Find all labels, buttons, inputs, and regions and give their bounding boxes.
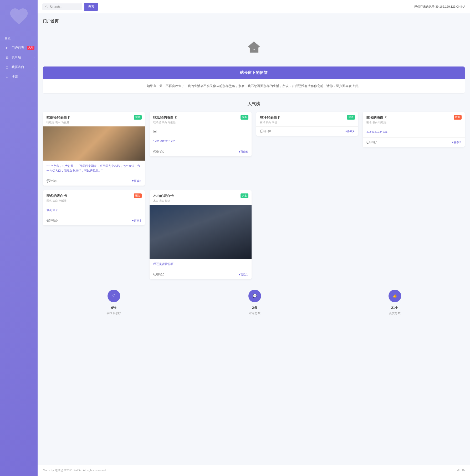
chevron-right-icon: › [34,56,34,59]
card-tag: 实名 [347,115,355,120]
card-body: "一个宇宙，九大行星，二百零四个国家，八百零九个岛屿，七个大洋，六十八亿人口，我… [43,161,145,176]
nav-badge: 人气 [27,46,34,50]
note-header: 站长留下的便签 [43,66,465,79]
card-title: 林泽的表白卡 [260,115,355,120]
topbar: 搜索 已保存来访记录 39.162.129.129,CHINA [38,0,470,13]
card-likes[interactable]: ♥喜欢3 [452,140,461,144]
heart-icon: ♡ [108,290,120,302]
card-foot: 💬评论0 ♥喜欢5 [150,147,252,156]
card-comments[interactable]: 💬评论1 [366,140,377,144]
footer: Made by 吃纸怪 ©2021 FatDa. All rights rese… [38,465,470,476]
confession-card[interactable]: 匿名的表白卡 匿名 表白 吃纸怪 匿名 爱死你了 💬评论0 ♥喜欢3 [43,190,145,225]
stat-value: 21个 [389,305,401,310]
card-image [43,126,145,161]
nav-label: 表白墙 [12,55,21,60]
search-button[interactable]: 搜索 [84,3,98,11]
card-tag: 实名 [241,193,248,198]
card-head: 吃纸怪的表白卡 吃纸怪 表白 马化腾 实名 [43,112,145,126]
search-wrap [42,3,82,10]
card-likes[interactable]: ♥喜欢5 [239,150,248,154]
card-subtitle: 吃纸怪 表白 马化腾 [47,121,141,124]
card-tag: 实名 [241,115,248,120]
cards-grid: 吃纸怪的表白卡 吃纸怪 表白 马化腾 实名 "一个宇宙，九大行星，二百零四个国家… [43,112,465,279]
logo [6,3,32,29]
visit-info: 已保存来访记录 39.162.129.129,CHINA [414,5,465,9]
card-comments[interactable]: 💬评论1 [47,179,58,183]
note-body: 如果有一天，不再喜欢你了，我的生活会不会又像从前那样堕落，颓废…我不想再要那样的… [43,79,465,93]
rank-title: 人气榜 [43,101,465,107]
card-head: 木白的表白卡 木白 表白 微凉 实名 [150,190,252,205]
confession-card[interactable]: 匿名的表白卡 匿名 表白 吃纸怪 匿名 2134141234231 💬评论1 ♥… [363,112,465,147]
stat-value: 6张 [106,305,121,310]
card-head: 匿名的表白卡 匿名 表白 吃纸怪 匿名 [363,112,465,126]
card-foot: 💬评论0 ♥喜欢4 [256,126,358,136]
card-head: 匿名的表白卡 匿名 表白 吃纸怪 匿名 [43,190,145,205]
stat-likes: 👍 21个 点赞总数 [389,290,401,315]
card-body: 爱死你了 [43,205,145,216]
card-title: 木白的表白卡 [153,193,248,198]
card-likes[interactable]: ♥喜欢3 [132,219,141,223]
card-comments[interactable]: 💬评论0 [260,129,271,133]
card-likes[interactable]: ♥喜欢4 [345,129,355,133]
card-title: 吃纸怪的表白卡 [47,115,141,120]
house-heart-icon [246,39,262,55]
card-text: 爱死你了 [47,208,141,213]
card-subtitle: 匿名 表白 吃纸怪 [366,121,461,124]
confession-card[interactable]: 吃纸怪的表白卡 吃纸怪 表白 马化腾 实名 "一个宇宙，九大行星，二百零四个国家… [43,112,145,186]
nav-wall[interactable]: ▦ 表白墙 › [0,53,38,62]
card-subtitle: 匿名 表白 吃纸怪 [47,199,141,203]
nav-label: 门户首页 [12,45,24,50]
hero [43,32,465,66]
thumb-icon: 👍 [389,290,401,302]
search-input[interactable] [50,5,79,9]
card-foot: 💬评论0 ♥喜欢1 [150,270,252,279]
confession-card[interactable]: 吃纸怪的表白卡 吃纸怪 表白 吃纸怪 实名 ▣12312312231231 💬评… [150,112,252,156]
stat-cards: ♡ 6张 表白卡总数 [106,290,121,315]
stat-comments: 💬 2条 评论总数 [248,290,261,315]
card-head: 林泽的表白卡 林泽 表白 周悦 实名 [256,112,358,126]
card-text: 我还是很爱你啊 [153,262,248,267]
card-foot: 💬评论0 ♥喜欢3 [43,216,145,225]
card-foot: 💬评论1 ♥喜欢5 [43,176,145,186]
card-comments[interactable]: 💬评论0 [47,219,58,223]
stat-label: 评论总数 [248,311,261,315]
card-title: 匿名的表白卡 [47,193,141,198]
card-subtitle: 吃纸怪 表白 吃纸怪 [153,121,248,124]
page-title: 门户首页 [43,19,465,24]
square-icon: ◻ [5,65,9,69]
nav-home[interactable]: ◐ 门户首页 人气 [0,43,38,53]
card-text: 12312312231231 [153,139,248,144]
card-comments[interactable]: 💬评论0 [153,273,164,277]
main-content: 搜索 已保存来访记录 39.162.129.129,CHINA 门户首页 站长留… [38,0,470,476]
note-block: 站长留下的便签 如果有一天，不再喜欢你了，我的生活会不会又像从前那样堕落，颓废…… [43,66,465,93]
card-likes[interactable]: ♥喜欢5 [132,179,141,183]
chevron-right-icon: › [34,66,34,69]
card-title: 匿名的表白卡 [366,115,461,120]
card-likes[interactable]: ♥喜欢1 [239,273,248,277]
card-foot: 💬评论1 ♥喜欢3 [363,137,465,147]
card-body: 12312312231231 [150,136,252,147]
nav-confess[interactable]: ◻ 我要表白 › [0,62,38,72]
footer-right: FATDA [456,468,465,472]
card-tag: 实名 [134,115,142,120]
nav-label: 我要表白 [12,65,24,69]
nav-search[interactable]: ⌕ 搜索 › [0,72,38,82]
card-tag: 匿名 [134,193,142,198]
stat-label: 点赞总数 [389,311,401,315]
comment-icon: 💬 [248,290,261,302]
card-text: 2134141234231 [366,130,461,134]
card-image [150,205,252,259]
confession-card[interactable]: 林泽的表白卡 林泽 表白 周悦 实名 💬评论0 ♥喜欢4 [256,112,358,136]
card-body: 我还是很爱你啊 [150,259,252,270]
sidebar: 导航 ◐ 门户首页 人气 ▦ 表白墙 › ◻ 我要表白 › ⌕ 搜索 › [0,0,38,476]
stats-row: ♡ 6张 表白卡总数 💬 2条 评论总数 👍 21个 点赞总数 [43,279,465,320]
card-body: 2134141234231 [363,126,465,137]
broken-image-icon: ▣ [150,126,252,136]
search-icon [45,5,48,9]
confession-card[interactable]: 木白的表白卡 木白 表白 微凉 实名 我还是很爱你啊 💬评论0 ♥喜欢1 [150,190,252,279]
card-title: 吃纸怪的表白卡 [153,115,248,120]
card-subtitle: 木白 表白 微凉 [153,199,248,203]
card-text: "一个宇宙，九大行星，二百零四个国家，八百零九个岛屿，七个大洋，六十八亿人口，我… [47,164,141,173]
nav-section-title: 导航 [0,35,38,43]
card-comments[interactable]: 💬评论0 [153,150,164,154]
